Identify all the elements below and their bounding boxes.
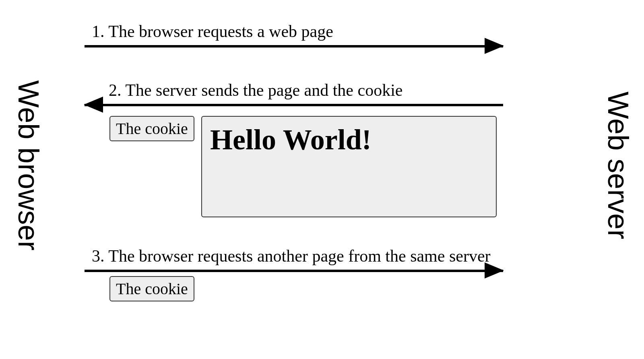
page-title: Hello World!: [210, 123, 488, 157]
arrow-line: [85, 104, 503, 106]
page-box: Hello World!: [201, 116, 497, 217]
web-browser-label: Web browser: [12, 80, 45, 251]
cookie-box: The cookie: [109, 276, 194, 301]
web-server-label: Web server: [602, 92, 635, 239]
arrow-right-1: [85, 38, 503, 54]
arrow-head-right-icon: [485, 262, 504, 279]
arrow-line: [85, 45, 503, 47]
arrow-head-left-icon: [84, 97, 103, 113]
arrow-left-2: [85, 97, 503, 113]
arrow-line: [85, 270, 503, 272]
cookie-box: The cookie: [109, 116, 194, 141]
arrow-head-right-icon: [485, 38, 504, 54]
